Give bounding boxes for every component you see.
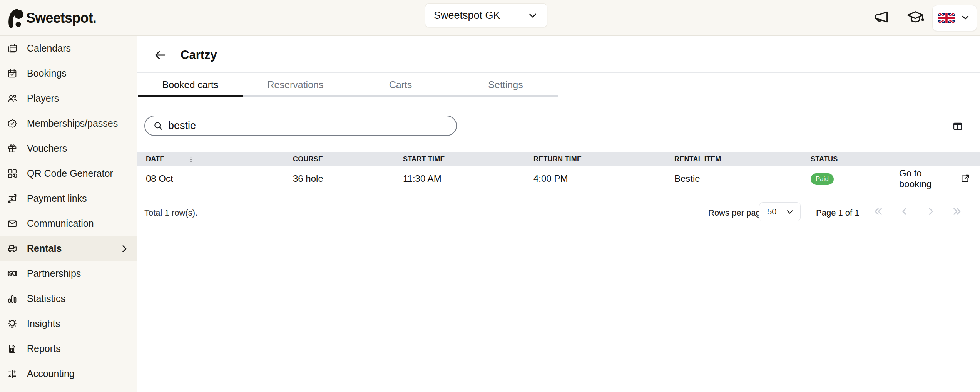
chevron-left-icon bbox=[899, 206, 910, 217]
main-content: Cartzy Booked carts Reservations Carts S… bbox=[137, 36, 980, 392]
sweetspot-logo: Sweetspot. bbox=[7, 8, 96, 28]
sidebar-item-payment-links[interactable]: Payment links bbox=[0, 186, 137, 211]
column-settings-button[interactable] bbox=[950, 119, 965, 134]
cell-rental-item: Bestie bbox=[674, 173, 811, 184]
lightbulb-icon bbox=[7, 318, 18, 329]
report-file-icon bbox=[7, 343, 18, 354]
header-divider bbox=[898, 11, 898, 25]
column-header-start-time: START TIME bbox=[403, 155, 533, 163]
sidebar-item-label: QR Code Generator bbox=[27, 168, 113, 179]
language-selector[interactable] bbox=[932, 5, 977, 31]
previous-page-button[interactable] bbox=[896, 203, 913, 219]
active-tab-indicator bbox=[138, 95, 243, 97]
bookings-icon bbox=[7, 68, 18, 79]
club-selector-value: Sweetspot GK bbox=[434, 10, 500, 22]
announcements-button[interactable] bbox=[871, 8, 891, 28]
tab-reservations[interactable]: Reservations bbox=[243, 73, 348, 97]
chevron-down-icon bbox=[785, 207, 795, 217]
sidebar-item-label: Payment links bbox=[27, 193, 87, 204]
next-page-button[interactable] bbox=[923, 203, 939, 219]
search-value: bestie bbox=[168, 120, 196, 132]
search-icon bbox=[153, 121, 164, 131]
sidebar-item-statistics[interactable]: Statistics bbox=[0, 286, 137, 311]
vouchers-icon bbox=[7, 143, 18, 154]
status-badge: Paid bbox=[811, 173, 834, 185]
sidebar-item-accounting[interactable]: Accounting bbox=[0, 361, 137, 386]
table-footer: Total 1 row(s). Rows per page 50 Page 1 … bbox=[137, 201, 980, 224]
club-selector-dropdown[interactable]: Sweetspot GK bbox=[425, 3, 547, 27]
handshake-icon bbox=[7, 268, 18, 279]
sidebar-item-insights[interactable]: Insights bbox=[0, 311, 137, 336]
kebab-menu-icon bbox=[187, 155, 195, 164]
sidebar-item-label: Reports bbox=[27, 343, 61, 354]
column-header-rental-item: RENTAL ITEM bbox=[674, 155, 811, 163]
sidebar-item-label: Bookings bbox=[27, 68, 67, 79]
search-row: bestie bbox=[137, 116, 980, 136]
back-button[interactable] bbox=[151, 46, 169, 64]
sidebar-item-label: Vouchers bbox=[27, 143, 67, 154]
sidebar-item-label: Statistics bbox=[27, 293, 65, 304]
chevron-right-icon bbox=[925, 206, 937, 217]
calendars-icon bbox=[7, 43, 18, 54]
players-icon bbox=[7, 93, 18, 104]
column-header-date: DATE bbox=[146, 154, 293, 164]
sidebar-item-calendars[interactable]: Calendars bbox=[0, 36, 137, 61]
graduation-cap-icon bbox=[906, 8, 924, 28]
go-to-booking-link[interactable]: Go to booking bbox=[899, 168, 980, 189]
payment-links-icon bbox=[7, 193, 18, 204]
first-page-button[interactable] bbox=[870, 203, 886, 219]
tab-settings[interactable]: Settings bbox=[453, 73, 558, 97]
external-link-icon bbox=[960, 174, 970, 184]
text-caret bbox=[201, 120, 201, 132]
sidebar-item-players[interactable]: Players bbox=[0, 86, 137, 111]
column-menu-button[interactable] bbox=[186, 154, 196, 164]
last-page-button[interactable] bbox=[949, 203, 965, 219]
sidebar-item-label: Insights bbox=[27, 318, 60, 329]
chevrons-right-icon bbox=[951, 206, 963, 217]
sidebar-item-partnerships[interactable]: Partnerships bbox=[0, 261, 137, 286]
cell-date: 08 Oct bbox=[146, 173, 293, 184]
cell-start-time: 11:30 AM bbox=[403, 173, 533, 184]
qr-code-icon bbox=[7, 168, 18, 179]
sidebar-item-vouchers[interactable]: Vouchers bbox=[0, 136, 137, 161]
table-row: 08 Oct 36 hole 11:30 AM 4:00 PM Bestie P… bbox=[137, 166, 980, 191]
table-bottom-border bbox=[137, 199, 980, 199]
memberships-icon bbox=[7, 118, 18, 129]
golf-cart-icon bbox=[7, 243, 18, 254]
search-input[interactable]: bestie bbox=[144, 116, 457, 136]
sidebar-item-qr-code-generator[interactable]: QR Code Generator bbox=[0, 161, 137, 186]
sidebar-item-memberships[interactable]: Memberships/passes bbox=[0, 111, 137, 136]
chevron-down-icon bbox=[960, 12, 971, 24]
sidebar-item-label: Partnerships bbox=[27, 268, 81, 279]
sidebar-item-label: Memberships/passes bbox=[27, 118, 118, 129]
bar-chart-icon bbox=[7, 293, 18, 304]
cell-status: Paid bbox=[811, 173, 899, 185]
uk-flag-icon bbox=[938, 13, 955, 23]
tab-booked-carts[interactable]: Booked carts bbox=[138, 73, 243, 97]
tab-underline-track bbox=[138, 95, 558, 97]
tab-carts[interactable]: Carts bbox=[348, 73, 453, 97]
go-to-booking-label: Go to booking bbox=[899, 168, 956, 189]
column-header-status: STATUS bbox=[811, 155, 899, 163]
tab-bar: Booked carts Reservations Carts Settings bbox=[138, 73, 558, 97]
accounting-icon bbox=[7, 369, 18, 379]
sidebar-item-bookings[interactable]: Bookings bbox=[0, 61, 137, 86]
sidebar-item-label: Communication bbox=[27, 218, 94, 229]
chevron-down-icon bbox=[527, 10, 538, 21]
sidebar-item-label: Accounting bbox=[27, 368, 75, 379]
page-info: Page 1 of 1 bbox=[816, 208, 860, 218]
sidebar: Calendars Bookings Players Memberships/p… bbox=[0, 36, 137, 392]
chevron-right-icon bbox=[119, 243, 130, 254]
pagination-controls bbox=[870, 203, 965, 219]
academy-button[interactable] bbox=[905, 8, 925, 28]
megaphone-icon bbox=[873, 9, 890, 27]
arrow-left-icon bbox=[153, 48, 167, 62]
sidebar-item-reports[interactable]: Reports bbox=[0, 336, 137, 361]
sidebar-item-rentals[interactable]: Rentals bbox=[0, 236, 137, 261]
top-actions bbox=[871, 0, 977, 36]
chevrons-left-icon bbox=[873, 206, 884, 217]
sidebar-item-communication[interactable]: Communication bbox=[0, 211, 137, 236]
rows-per-page-label: Rows per page bbox=[708, 208, 765, 218]
rows-per-page-select[interactable]: 50 bbox=[759, 202, 801, 221]
cell-return-time: 4:00 PM bbox=[533, 173, 674, 184]
